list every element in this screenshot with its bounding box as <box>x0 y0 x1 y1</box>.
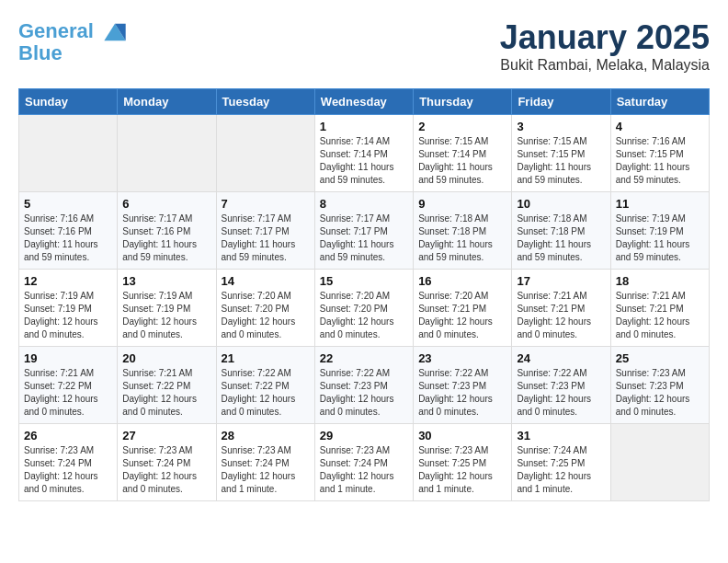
weekday-header-monday: Monday <box>118 89 216 115</box>
calendar-cell: 23Sunrise: 7:22 AM Sunset: 7:23 PM Dayli… <box>414 347 512 424</box>
weekday-header-thursday: Thursday <box>414 89 512 115</box>
logo-icon <box>101 18 129 46</box>
day-number: 16 <box>418 274 506 288</box>
calendar-cell: 18Sunrise: 7:21 AM Sunset: 7:21 PM Dayli… <box>610 270 709 347</box>
day-detail: Sunrise: 7:21 AM Sunset: 7:22 PM Dayligh… <box>122 367 210 419</box>
day-detail: Sunrise: 7:23 AM Sunset: 7:24 PM Dayligh… <box>320 444 408 496</box>
day-number: 4 <box>616 120 704 133</box>
day-detail: Sunrise: 7:22 AM Sunset: 7:23 PM Dayligh… <box>517 367 605 419</box>
calendar-week-row: 1Sunrise: 7:14 AM Sunset: 7:14 PM Daylig… <box>19 115 710 192</box>
day-number: 25 <box>616 351 704 365</box>
day-detail: Sunrise: 7:17 AM Sunset: 7:17 PM Dayligh… <box>320 213 408 264</box>
calendar-cell: 12Sunrise: 7:19 AM Sunset: 7:19 PM Dayli… <box>19 270 118 347</box>
calendar-cell <box>216 115 314 192</box>
day-detail: Sunrise: 7:23 AM Sunset: 7:24 PM Dayligh… <box>24 444 112 496</box>
day-number: 7 <box>222 197 310 211</box>
calendar-cell: 24Sunrise: 7:22 AM Sunset: 7:23 PM Dayli… <box>512 347 610 424</box>
day-number: 24 <box>517 351 605 365</box>
day-detail: Sunrise: 7:21 AM Sunset: 7:21 PM Dayligh… <box>616 290 704 341</box>
day-number: 14 <box>222 274 310 288</box>
weekday-header-tuesday: Tuesday <box>216 89 314 115</box>
day-detail: Sunrise: 7:14 AM Sunset: 7:14 PM Dayligh… <box>320 135 408 187</box>
day-number: 5 <box>24 197 112 211</box>
calendar-cell: 2Sunrise: 7:15 AM Sunset: 7:14 PM Daylig… <box>414 115 512 192</box>
day-number: 15 <box>320 274 408 288</box>
day-detail: Sunrise: 7:22 AM Sunset: 7:23 PM Dayligh… <box>418 367 506 419</box>
day-number: 20 <box>122 351 210 365</box>
day-number: 1 <box>320 120 408 133</box>
calendar-cell: 9Sunrise: 7:18 AM Sunset: 7:18 PM Daylig… <box>414 192 512 270</box>
main-title: January 2025 <box>500 18 710 57</box>
day-detail: Sunrise: 7:18 AM Sunset: 7:18 PM Dayligh… <box>517 213 605 264</box>
day-detail: Sunrise: 7:24 AM Sunset: 7:25 PM Dayligh… <box>517 444 605 496</box>
day-number: 23 <box>418 351 506 365</box>
day-detail: Sunrise: 7:19 AM Sunset: 7:19 PM Dayligh… <box>122 290 210 341</box>
day-number: 8 <box>320 197 408 211</box>
calendar-cell: 4Sunrise: 7:16 AM Sunset: 7:15 PM Daylig… <box>610 115 709 192</box>
day-detail: Sunrise: 7:20 AM Sunset: 7:20 PM Dayligh… <box>320 290 408 341</box>
calendar-cell: 6Sunrise: 7:17 AM Sunset: 7:16 PM Daylig… <box>118 192 216 270</box>
calendar-cell: 29Sunrise: 7:23 AM Sunset: 7:24 PM Dayli… <box>314 424 413 501</box>
calendar-cell: 3Sunrise: 7:15 AM Sunset: 7:15 PM Daylig… <box>512 115 610 192</box>
day-detail: Sunrise: 7:15 AM Sunset: 7:14 PM Dayligh… <box>418 135 506 187</box>
day-number: 2 <box>418 120 506 133</box>
calendar-week-row: 5Sunrise: 7:16 AM Sunset: 7:16 PM Daylig… <box>19 192 710 270</box>
day-number: 26 <box>24 429 112 442</box>
calendar-cell: 7Sunrise: 7:17 AM Sunset: 7:17 PM Daylig… <box>216 192 314 270</box>
day-number: 10 <box>517 197 605 211</box>
day-detail: Sunrise: 7:15 AM Sunset: 7:15 PM Dayligh… <box>517 135 605 187</box>
calendar-cell: 31Sunrise: 7:24 AM Sunset: 7:25 PM Dayli… <box>512 424 610 501</box>
logo: General Blue <box>18 18 129 64</box>
calendar-cell: 14Sunrise: 7:20 AM Sunset: 7:20 PM Dayli… <box>216 270 314 347</box>
calendar-cell: 19Sunrise: 7:21 AM Sunset: 7:22 PM Dayli… <box>19 347 118 424</box>
day-number: 11 <box>616 197 704 211</box>
calendar-cell: 26Sunrise: 7:23 AM Sunset: 7:24 PM Dayli… <box>19 424 118 501</box>
calendar-cell: 25Sunrise: 7:23 AM Sunset: 7:23 PM Dayli… <box>610 347 709 424</box>
calendar-week-row: 12Sunrise: 7:19 AM Sunset: 7:19 PM Dayli… <box>19 270 710 347</box>
day-number: 30 <box>418 429 506 442</box>
calendar-cell: 27Sunrise: 7:23 AM Sunset: 7:24 PM Dayli… <box>118 424 216 501</box>
page-header: General Blue January 2025 Bukit Rambai, … <box>18 18 710 74</box>
day-number: 12 <box>24 274 112 288</box>
day-number: 22 <box>320 351 408 365</box>
day-detail: Sunrise: 7:19 AM Sunset: 7:19 PM Dayligh… <box>616 213 704 264</box>
day-number: 19 <box>24 351 112 365</box>
day-number: 9 <box>418 197 506 211</box>
calendar-cell: 10Sunrise: 7:18 AM Sunset: 7:18 PM Dayli… <box>512 192 610 270</box>
calendar-cell: 5Sunrise: 7:16 AM Sunset: 7:16 PM Daylig… <box>19 192 118 270</box>
calendar-cell: 11Sunrise: 7:19 AM Sunset: 7:19 PM Dayli… <box>610 192 709 270</box>
day-number: 17 <box>517 274 605 288</box>
day-detail: Sunrise: 7:23 AM Sunset: 7:24 PM Dayligh… <box>222 444 310 496</box>
calendar-week-row: 19Sunrise: 7:21 AM Sunset: 7:22 PM Dayli… <box>19 347 710 424</box>
day-detail: Sunrise: 7:20 AM Sunset: 7:21 PM Dayligh… <box>418 290 506 341</box>
calendar-cell: 16Sunrise: 7:20 AM Sunset: 7:21 PM Dayli… <box>414 270 512 347</box>
day-detail: Sunrise: 7:23 AM Sunset: 7:23 PM Dayligh… <box>616 367 704 419</box>
day-number: 3 <box>517 120 605 133</box>
weekday-header-sunday: Sunday <box>19 89 118 115</box>
day-number: 6 <box>122 197 210 211</box>
day-detail: Sunrise: 7:19 AM Sunset: 7:19 PM Dayligh… <box>24 290 112 341</box>
day-detail: Sunrise: 7:17 AM Sunset: 7:16 PM Dayligh… <box>122 213 210 264</box>
day-number: 27 <box>122 429 210 442</box>
calendar-cell: 13Sunrise: 7:19 AM Sunset: 7:19 PM Dayli… <box>118 270 216 347</box>
calendar-cell <box>19 115 118 192</box>
weekday-header-friday: Friday <box>512 89 610 115</box>
day-number: 21 <box>222 351 310 365</box>
title-block: January 2025 Bukit Rambai, Melaka, Malay… <box>500 18 710 74</box>
calendar-cell: 8Sunrise: 7:17 AM Sunset: 7:17 PM Daylig… <box>314 192 413 270</box>
day-detail: Sunrise: 7:20 AM Sunset: 7:20 PM Dayligh… <box>222 290 310 341</box>
weekday-header-wednesday: Wednesday <box>314 89 413 115</box>
day-detail: Sunrise: 7:21 AM Sunset: 7:22 PM Dayligh… <box>24 367 112 419</box>
day-detail: Sunrise: 7:16 AM Sunset: 7:15 PM Dayligh… <box>616 135 704 187</box>
weekday-header-saturday: Saturday <box>610 89 709 115</box>
calendar-table: SundayMondayTuesdayWednesdayThursdayFrid… <box>18 88 710 501</box>
day-number: 18 <box>616 274 704 288</box>
day-number: 28 <box>222 429 310 442</box>
calendar-week-row: 26Sunrise: 7:23 AM Sunset: 7:24 PM Dayli… <box>19 424 710 501</box>
day-number: 13 <box>122 274 210 288</box>
calendar-cell: 22Sunrise: 7:22 AM Sunset: 7:23 PM Dayli… <box>314 347 413 424</box>
day-number: 31 <box>517 429 605 442</box>
weekday-header-row: SundayMondayTuesdayWednesdayThursdayFrid… <box>19 89 710 115</box>
day-detail: Sunrise: 7:23 AM Sunset: 7:25 PM Dayligh… <box>418 444 506 496</box>
subtitle: Bukit Rambai, Melaka, Malaysia <box>500 57 710 74</box>
